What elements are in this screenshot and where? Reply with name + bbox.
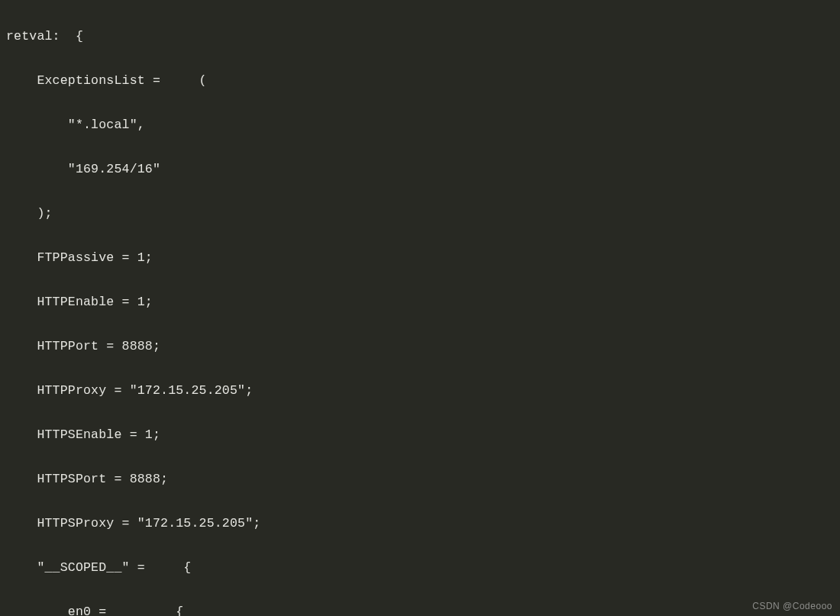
code-line: FTPPassive = 1; [6,247,835,269]
code-line: "169.254/16" [6,158,835,180]
code-line: ExceptionsList = ( [6,69,835,92]
code-line: HTTPPort = 8888; [6,335,835,357]
code-line: en0 = { [6,601,835,616]
code-block: retval: { ExceptionsList = ( "*.local", … [0,0,840,616]
code-line: HTTPSPort = 8888; [6,468,835,490]
code-line: "*.local", [6,114,835,136]
code-line: "__SCOPED__" = { [6,556,835,579]
code-line: ); [6,202,835,224]
code-line: HTTPEnable = 1; [6,291,835,313]
code-line: HTTPSProxy = "172.15.25.205"; [6,512,835,534]
code-line: retval: { [6,25,835,47]
code-line: HTTPProxy = "172.15.25.205"; [6,379,835,402]
code-line: HTTPSEnable = 1; [6,424,835,446]
watermark: CSDN @Codeooo [752,601,832,611]
